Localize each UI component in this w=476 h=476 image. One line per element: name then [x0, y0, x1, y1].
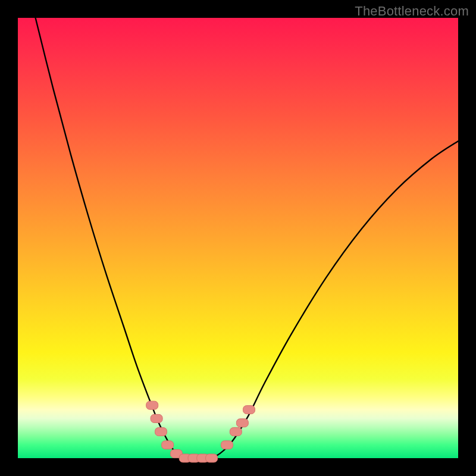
watermark-text: TheBottleneck.com: [355, 4, 469, 19]
curve-marker: [155, 428, 167, 436]
bottleneck-curve: [36, 18, 458, 459]
curve-markers: [146, 401, 255, 462]
curve-marker: [151, 414, 162, 422]
chart-frame: TheBottleneck.com: [0, 0, 476, 476]
curve-marker: [230, 428, 242, 436]
curve-marker: [236, 419, 248, 427]
curve-marker: [221, 441, 233, 449]
curve-marker: [162, 441, 174, 449]
bottleneck-curve-path: [36, 18, 458, 459]
plot-area: [18, 18, 458, 458]
curve-marker: [243, 406, 255, 414]
curve-svg: [18, 18, 458, 458]
curve-marker: [206, 454, 218, 462]
curve-marker: [146, 401, 158, 409]
